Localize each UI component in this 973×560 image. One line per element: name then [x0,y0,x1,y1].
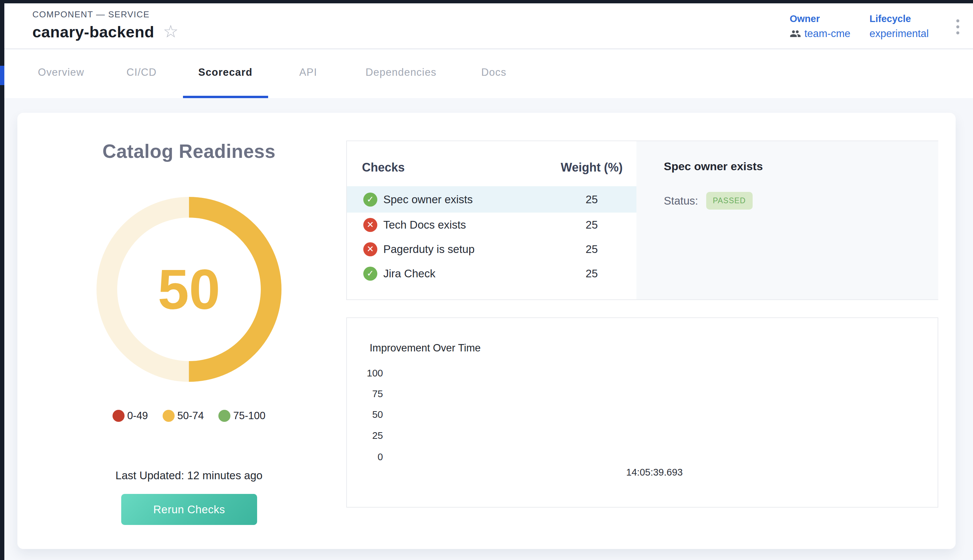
checks-column-header: Checks [362,160,405,175]
x-axis-tick: 14:05:39.693 [626,467,683,478]
lifecycle-label: Lifecycle [870,13,929,24]
check-row-tech-docs[interactable]: ✕ Tech Docs exists 25 [347,213,636,237]
weight-column-header: Weight (%) [552,160,632,175]
owner-label: Owner [790,13,850,24]
check-passed-icon: ✓ [363,267,377,281]
y-axis-tick: 25 [347,430,383,441]
check-name: Spec owner exists [383,193,473,206]
lifecycle-value: experimental [870,28,929,40]
owner-block: Owner team-cme [790,13,850,40]
y-axis-tick: 75 [347,388,383,400]
status-badge: PASSED [706,192,753,210]
tab-cicd[interactable]: CI/CD [127,67,157,78]
check-row-spec-owner[interactable]: ✓ Spec owner exists 25 [347,186,636,213]
check-weight: 25 [552,218,632,231]
entity-title-row: canary-backend ☆ [32,23,179,41]
page-title: canary-backend [32,23,154,41]
favorite-star-icon[interactable]: ☆ [163,23,179,40]
sidebar-strip [0,0,4,560]
scorecard-card: Catalog Readiness 50 0-49 50-74 75-100 L… [17,113,956,549]
y-axis-tick: 50 [347,409,383,420]
more-options-icon[interactable] [954,17,961,37]
tab-bar: Overview CI/CD Scorecard API Dependencie… [4,50,973,98]
window-top-edge [0,0,973,3]
check-row-jira[interactable]: ✓ Jira Check 25 [347,261,636,286]
legend-item-mid: 50-74 [163,410,204,422]
score-legend: 0-49 50-74 75-100 [17,410,360,422]
tab-dependencies[interactable]: Dependencies [366,67,437,78]
check-row-pagerduty[interactable]: ✕ Pagerduty is setup 25 [347,237,636,261]
rerun-checks-button[interactable]: Rerun Checks [121,494,257,525]
check-passed-icon: ✓ [363,193,377,207]
legend-label: 0-49 [127,410,148,422]
breadcrumb: COMPONENT — SERVICE [32,9,150,20]
check-weight: 25 [552,267,632,280]
sidebar-active-indicator [0,66,4,85]
check-detail-panel: Spec owner exists Status: PASSED [636,141,938,299]
gauge-value: 50 [97,197,282,382]
check-detail-title: Spec owner exists [664,160,763,173]
score-gauge: 50 [97,197,282,382]
entity-header: COMPONENT — SERVICE canary-backend ☆ Own… [4,3,973,49]
legend-item-high: 75-100 [219,410,265,422]
check-name: Tech Docs exists [383,218,466,231]
legend-dot-amber [163,410,175,422]
tab-scorecard[interactable]: Scorecard [199,67,252,78]
owner-value-row[interactable]: team-cme [790,28,850,40]
tab-api[interactable]: API [299,67,317,78]
status-label: Status: [664,195,698,207]
tab-docs[interactable]: Docs [481,67,506,78]
scorecard-title: Catalog Readiness [17,140,360,162]
checks-rows: ✓ Spec owner exists 25 ✕ Tech Docs exist… [347,186,636,286]
check-failed-icon: ✕ [363,242,377,256]
owner-link[interactable]: team-cme [804,28,850,40]
legend-label: 75-100 [233,410,265,422]
tab-overview[interactable]: Overview [38,67,85,78]
check-weight: 25 [552,193,632,206]
active-tab-indicator [183,96,268,98]
check-name: Jira Check [383,267,436,280]
people-icon [790,28,801,39]
y-axis-tick: 0 [347,452,383,463]
improvement-chart-panel: Improvement Over Time 100 75 50 25 0 14:… [346,317,938,508]
check-weight: 25 [552,243,632,256]
last-updated-text: Last Updated: 12 minutes ago [17,469,360,482]
legend-item-low: 0-49 [112,410,148,422]
check-name: Pagerduty is setup [383,243,474,256]
legend-label: 50-74 [177,410,204,422]
gauge-column: Catalog Readiness 50 0-49 50-74 75-100 L… [17,113,360,549]
chart-title: Improvement Over Time [370,342,481,354]
legend-dot-green [219,410,230,422]
y-axis-tick: 100 [347,368,383,379]
legend-dot-red [112,410,125,422]
checks-panel: Checks Weight (%) ✓ Spec owner exists 25… [346,140,938,300]
lifecycle-block: Lifecycle experimental [870,13,929,40]
check-status-row: Status: PASSED [664,192,753,210]
check-failed-icon: ✕ [363,218,377,232]
